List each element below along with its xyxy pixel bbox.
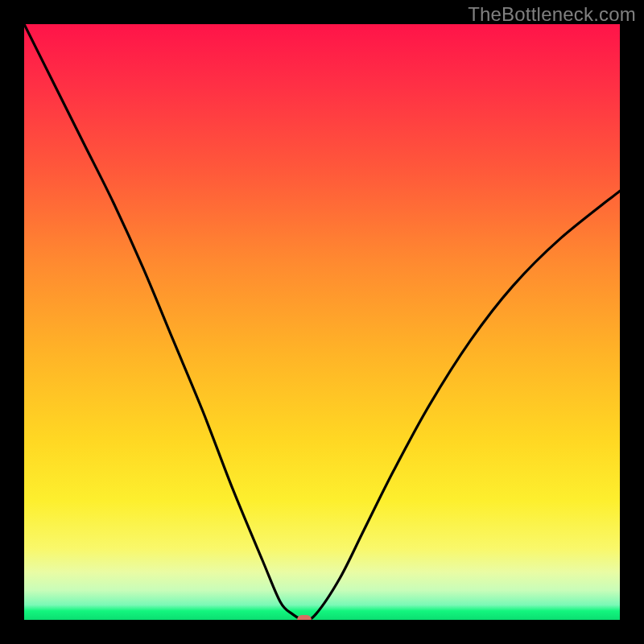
plot-area	[24, 24, 620, 620]
curve-layer	[24, 24, 620, 620]
watermark-text: TheBottleneck.com	[468, 3, 636, 26]
chart-frame: TheBottleneck.com	[0, 0, 644, 644]
minimum-marker	[297, 615, 312, 620]
bottleneck-curve	[24, 24, 620, 620]
